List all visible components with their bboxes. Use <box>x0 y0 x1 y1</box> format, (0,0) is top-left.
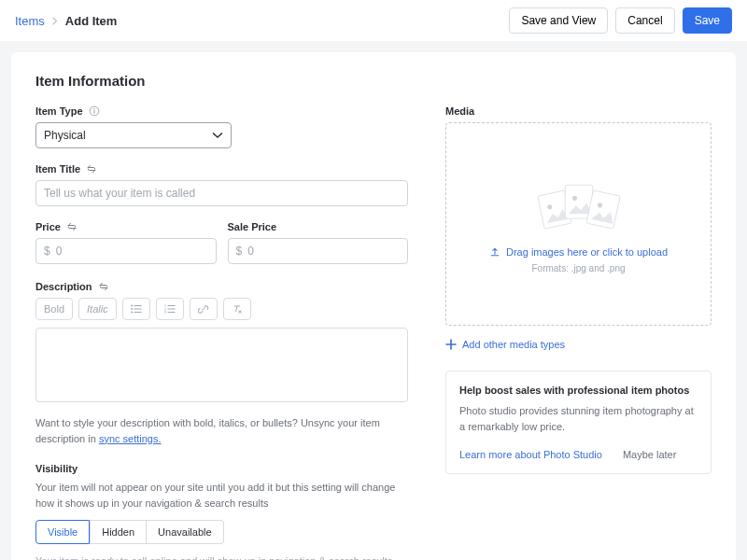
promo-text: Photo studio provides stunning item phot… <box>459 403 698 434</box>
visibility-footer: Your item is ready to sell online and wi… <box>35 555 408 560</box>
svg-point-3 <box>131 305 133 307</box>
upload-icon <box>489 246 500 258</box>
visibility-option-hidden[interactable]: Hidden <box>90 520 147 544</box>
item-title-input[interactable] <box>35 180 408 206</box>
sale-price-label: Sale Price <box>228 221 409 232</box>
item-type-value: Physical <box>44 129 86 142</box>
breadcrumb-items-link[interactable]: Items <box>15 14 45 28</box>
item-type-label: Item Type <box>35 105 408 117</box>
sale-price-input-wrap[interactable]: $ <box>228 238 409 264</box>
price-label: Price <box>35 221 217 232</box>
toolbar-italic-button[interactable]: Italic <box>78 298 117 320</box>
promo-actions: Learn more about Photo Studio Maybe late… <box>459 449 698 460</box>
description-hint-text: Want to style your description with bold… <box>35 417 380 444</box>
info-icon[interactable] <box>89 105 100 117</box>
toolbar-clear-format-button[interactable] <box>223 298 251 320</box>
editor-toolbar: Bold Italic 123 <box>35 298 408 320</box>
toolbar-bold-button[interactable]: Bold <box>35 298 73 320</box>
currency-symbol: $ <box>236 245 243 258</box>
svg-rect-2 <box>93 110 94 114</box>
image-placeholder-icon <box>528 175 630 235</box>
description-hint: Want to style your description with bold… <box>35 415 408 446</box>
svg-point-1 <box>93 108 94 109</box>
promo-title: Help boost sales with professional item … <box>459 385 698 396</box>
save-and-view-button[interactable]: Save and View <box>509 7 608 34</box>
sync-icon[interactable] <box>98 281 109 292</box>
visibility-label: Visibility <box>35 463 408 474</box>
right-column: Media Drag images here or click to uploa… <box>445 105 712 560</box>
visibility-segmented: Visible Hidden Unavailable <box>35 520 408 544</box>
visibility-option-visible[interactable]: Visible <box>35 520 90 544</box>
svg-rect-4 <box>134 305 141 306</box>
price-label-text: Price <box>35 221 61 232</box>
svg-text:3: 3 <box>164 311 166 314</box>
sync-settings-link[interactable]: sync settings. <box>99 433 162 444</box>
upload-cta-text: Drag images here or click to upload <box>506 246 668 258</box>
sale-price-input[interactable] <box>247 245 400 258</box>
cancel-button[interactable]: Cancel <box>615 7 674 34</box>
svg-rect-10 <box>167 305 175 306</box>
plus-icon <box>445 339 457 350</box>
svg-point-7 <box>131 312 133 314</box>
media-dropzone[interactable]: Drag images here or click to upload Form… <box>445 122 712 326</box>
toolbar-link-button[interactable] <box>190 298 218 320</box>
add-other-media-text: Add other media types <box>462 339 565 350</box>
breadcrumb-separator <box>52 14 58 28</box>
item-title-label-text: Item Title <box>35 163 80 175</box>
svg-rect-8 <box>134 312 141 313</box>
svg-point-5 <box>131 308 133 310</box>
description-label-text: Description <box>35 281 92 292</box>
add-other-media-link[interactable]: Add other media types <box>445 339 712 350</box>
upload-formats: Formats: .jpg and .png <box>531 263 625 273</box>
visibility-option-unavailable[interactable]: Unavailable <box>147 520 223 544</box>
chevron-down-icon <box>212 130 223 141</box>
svg-point-18 <box>571 195 576 200</box>
description-label: Description <box>35 281 408 292</box>
save-button[interactable]: Save <box>683 7 732 34</box>
upload-cta[interactable]: Drag images here or click to upload <box>489 246 668 258</box>
breadcrumb-current: Add Item <box>65 14 118 28</box>
currency-symbol: $ <box>44 245 50 258</box>
left-column: Item Type Physical Item Title <box>35 105 408 560</box>
sale-price-label-text: Sale Price <box>228 221 277 232</box>
item-form-card: Item Information Item Type Physical Item… <box>11 52 736 560</box>
item-title-label: Item Title <box>35 163 408 175</box>
item-type-select[interactable]: Physical <box>35 122 232 148</box>
price-input-wrap[interactable]: $ <box>35 238 217 264</box>
sync-icon[interactable] <box>66 221 78 232</box>
promo-learn-link[interactable]: Learn more about Photo Studio <box>459 449 602 460</box>
breadcrumb: Items Add Item <box>15 14 117 28</box>
section-title: Item Information <box>35 73 712 89</box>
svg-rect-12 <box>167 309 175 310</box>
media-label: Media <box>445 105 712 117</box>
price-input[interactable] <box>56 245 208 258</box>
topbar-actions: Save and View Cancel Save <box>509 7 732 34</box>
toolbar-bulleted-list-button[interactable] <box>122 298 150 320</box>
item-type-label-text: Item Type <box>35 105 83 117</box>
svg-rect-6 <box>134 309 141 310</box>
topbar: Items Add Item Save and View Cancel Save <box>0 0 747 41</box>
sync-icon[interactable] <box>86 163 97 175</box>
visibility-desc: Your item will not appear on your site u… <box>35 480 408 511</box>
description-editor[interactable] <box>35 328 408 402</box>
svg-rect-14 <box>167 312 175 313</box>
promo-maybe-later[interactable]: Maybe later <box>623 449 676 460</box>
toolbar-numbered-list-button[interactable]: 123 <box>156 298 184 320</box>
photo-studio-promo: Help boost sales with professional item … <box>445 371 712 474</box>
